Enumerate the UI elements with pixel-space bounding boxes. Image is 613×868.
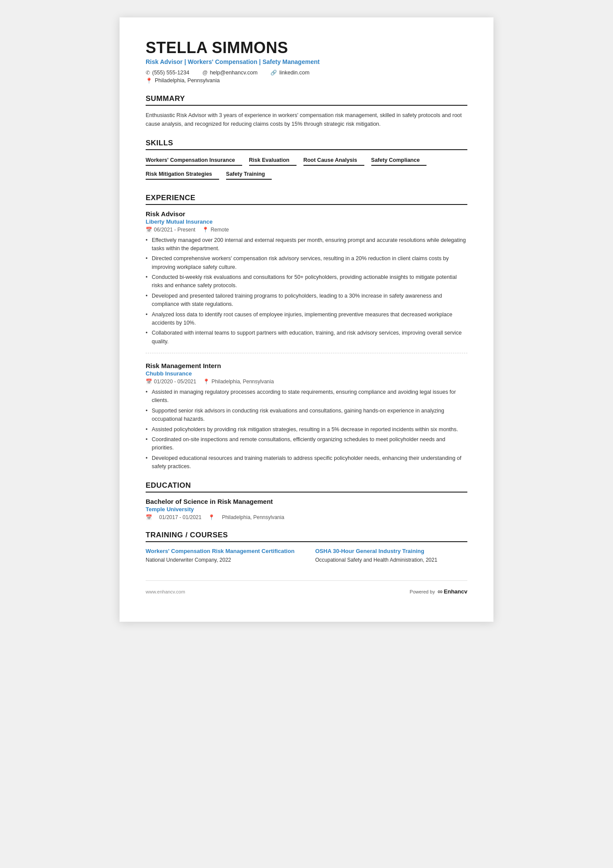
experience-job: Risk Management InternChubb Insurance📅01… <box>146 362 467 471</box>
training-title: OSHA 30-Hour General Industry Training <box>315 547 467 555</box>
skill-item: Root Cause Analysis <box>303 155 364 166</box>
calendar-icon: 📅 <box>146 514 152 520</box>
location-pin-icon: 📍 <box>208 514 215 520</box>
skill-item: Risk Mitigation Strategies <box>146 169 219 180</box>
job-dates: 📅06/2021 - Present <box>146 227 195 233</box>
contact-row: ✆ (555) 555-1234 @ help@enhancv.com 🔗 li… <box>146 70 467 76</box>
training-entry: OSHA 30-Hour General Industry TrainingOc… <box>315 547 467 563</box>
summary-section: SUMMARY Enthusiastic Risk Advisor with 3… <box>146 94 467 128</box>
job-bullets: Assisted in managing regulatory processe… <box>146 388 467 471</box>
footer-logo: Powered by ∞ Enhancv <box>410 588 467 596</box>
job-location: 📍Philadelphia, Pennsylvania <box>203 379 273 385</box>
powered-by-label: Powered by <box>410 589 435 594</box>
education-meta: 📅 01/2017 - 01/2021 📍 Philadelphia, Penn… <box>146 514 467 520</box>
education-degree: Bachelor of Science in Risk Management <box>146 498 467 505</box>
phone-value: (555) 555-1234 <box>152 70 189 76</box>
skills-section: SKILLS Workers' Compensation InsuranceRi… <box>146 139 467 183</box>
bullet-item: Conducted bi-weekly risk evaluations and… <box>146 273 467 290</box>
header: STELLA SIMMONS Risk Advisor | Workers' C… <box>146 39 467 84</box>
skill-item: Risk Evaluation <box>249 155 297 166</box>
location-pin-icon: 📍 <box>202 227 209 233</box>
email-contact: @ help@enhancv.com <box>202 70 257 76</box>
bullet-item: Supported senior risk advisors in conduc… <box>146 407 467 424</box>
education-location: Philadelphia, Pennsylvania <box>222 514 284 520</box>
training-org: National Underwriter Company, 2022 <box>146 557 298 563</box>
linkedin-icon: 🔗 <box>270 70 277 76</box>
job-bullets: Effectively managed over 200 internal an… <box>146 236 467 346</box>
job-title: Risk Management Intern <box>146 362 467 369</box>
training-heading: TRAINING / COURSES <box>146 531 467 542</box>
training-section: TRAINING / COURSES Workers' Compensation… <box>146 531 467 563</box>
job-company: Liberty Mutual Insurance <box>146 218 467 225</box>
training-org: Occupational Safety and Health Administr… <box>315 557 467 563</box>
bullet-item: Assisted in managing regulatory processe… <box>146 388 467 405</box>
skills-heading: SKILLS <box>146 139 467 150</box>
email-icon: @ <box>202 70 207 76</box>
email-value: help@enhancv.com <box>210 70 258 76</box>
training-grid: Workers' Compensation Risk Management Ce… <box>146 547 467 563</box>
bullet-item: Developed and presented tailored trainin… <box>146 292 467 309</box>
experience-separator <box>146 353 467 353</box>
linkedin-value: linkedin.com <box>279 70 309 76</box>
education-section: EDUCATION Bachelor of Science in Risk Ma… <box>146 481 467 520</box>
location-icon: 📍 <box>146 77 153 84</box>
candidate-title: Risk Advisor | Workers' Compensation | S… <box>146 58 467 65</box>
phone-icon: ✆ <box>146 70 150 76</box>
experience-job: Risk AdvisorLiberty Mutual Insurance📅06/… <box>146 210 467 354</box>
job-meta: 📅06/2021 - Present📍Remote <box>146 227 467 233</box>
education-school: Temple University <box>146 506 467 513</box>
job-meta: 📅01/2020 - 05/2021📍Philadelphia, Pennsyl… <box>146 379 467 385</box>
experience-heading: EXPERIENCE <box>146 194 467 205</box>
bullet-item: Directed comprehensive workers' compensa… <box>146 255 467 271</box>
linkedin-contact: 🔗 linkedin.com <box>270 70 309 76</box>
training-entry: Workers' Compensation Risk Management Ce… <box>146 547 298 563</box>
bullet-item: Coordinated on-site inspections and remo… <box>146 436 467 452</box>
education-heading: EDUCATION <box>146 481 467 493</box>
education-dates: 01/2017 - 01/2021 <box>159 514 201 520</box>
job-title: Risk Advisor <box>146 210 467 218</box>
bullet-item: Assisted policyholders by providing risk… <box>146 426 467 434</box>
skill-item: Safety Training <box>226 169 272 180</box>
brand-name: Enhancv <box>444 588 467 595</box>
skill-item: Safety Compliance <box>371 155 427 166</box>
skill-item: Workers' Compensation Insurance <box>146 155 242 166</box>
job-location: 📍Remote <box>202 227 229 233</box>
bullet-item: Effectively managed over 200 internal an… <box>146 236 467 253</box>
location-value: Philadelphia, Pennsylvania <box>155 77 220 84</box>
footer: www.enhancv.com Powered by ∞ Enhancv <box>146 580 467 596</box>
phone-contact: ✆ (555) 555-1234 <box>146 70 189 76</box>
bullet-item: Collaborated with internal teams to supp… <box>146 329 467 346</box>
calendar-icon: 📅 <box>146 227 152 233</box>
summary-heading: SUMMARY <box>146 94 467 106</box>
experience-section: EXPERIENCE Risk AdvisorLiberty Mutual In… <box>146 194 467 471</box>
enhancv-logo: ∞ Enhancv <box>437 588 467 596</box>
resume-page: STELLA SIMMONS Risk Advisor | Workers' C… <box>120 17 493 622</box>
location-row: 📍 Philadelphia, Pennsylvania <box>146 77 467 84</box>
summary-text: Enthusiastic Risk Advisor with 3 years o… <box>146 111 467 128</box>
bullet-item: Developed educational resources and trai… <box>146 454 467 471</box>
logo-symbol: ∞ <box>437 588 442 596</box>
job-company: Chubb Insurance <box>146 370 467 377</box>
job-dates: 📅01/2020 - 05/2021 <box>146 379 196 385</box>
training-title: Workers' Compensation Risk Management Ce… <box>146 547 298 555</box>
bullet-item: Analyzed loss data to identify root caus… <box>146 311 467 328</box>
skills-grid: Workers' Compensation InsuranceRisk Eval… <box>146 155 467 183</box>
education-entry: Bachelor of Science in Risk ManagementTe… <box>146 498 467 520</box>
calendar-icon: 📅 <box>146 379 152 385</box>
location-pin-icon: 📍 <box>203 379 210 385</box>
footer-website: www.enhancv.com <box>146 589 185 594</box>
candidate-name: STELLA SIMMONS <box>146 39 467 57</box>
